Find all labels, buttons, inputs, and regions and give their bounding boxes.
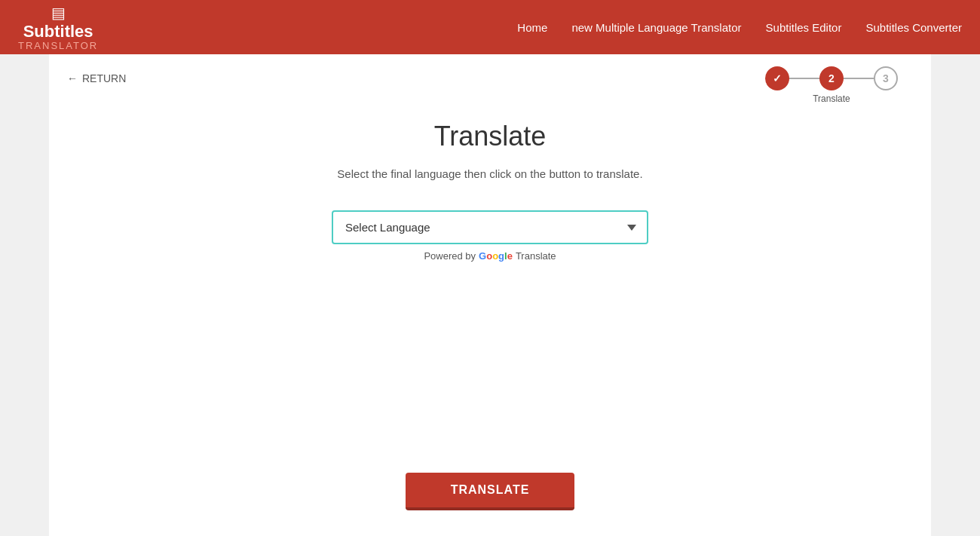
step3-circle: 3 xyxy=(874,66,898,90)
return-label: RETURN xyxy=(82,72,126,84)
select-wrapper: Select LanguageAfrikaansAlbanianArabicAz… xyxy=(332,210,648,244)
step-line-1 xyxy=(789,78,819,79)
step2-area: 2 Translate xyxy=(819,66,844,90)
page-title: Translate xyxy=(434,121,547,152)
google-logo: Google xyxy=(479,250,513,262)
language-select[interactable]: Select LanguageAfrikaansAlbanianArabicAz… xyxy=(332,210,648,244)
return-arrow-icon: ← xyxy=(67,72,78,84)
step1-circle: ✓ xyxy=(765,66,789,90)
nav-new-translator-text: Multiple Language Translator xyxy=(596,21,741,34)
return-link[interactable]: ← RETURN xyxy=(67,72,126,84)
logo-title: Subtitles xyxy=(23,23,93,40)
sub-header: ← RETURN ✓ 2 Translate 3 xyxy=(49,54,931,90)
nav-home[interactable]: Home xyxy=(517,21,547,34)
logo-icon: ▤ xyxy=(51,4,66,22)
step3-area: 3 xyxy=(874,66,898,90)
powered-by-translate: Translate xyxy=(516,250,556,262)
step2-label: Translate xyxy=(813,93,850,104)
page-content: Translate Select the final language then… xyxy=(49,90,931,525)
main-wrapper: ← RETURN ✓ 2 Translate 3 Tran xyxy=(0,54,980,536)
step-indicator: ✓ 2 Translate 3 xyxy=(765,66,898,90)
logo: ▤ Subtitles TRANSLATOR xyxy=(18,4,98,51)
nav-new-translator[interactable]: new Multiple Language Translator xyxy=(571,21,741,34)
page-subtitle: Select the final language then click on … xyxy=(337,167,642,180)
step1-area: ✓ xyxy=(765,66,789,90)
content-box: ← RETURN ✓ 2 Translate 3 Tran xyxy=(49,54,931,536)
header: ▤ Subtitles TRANSLATOR Home new Multiple… xyxy=(0,0,980,54)
step2-circle: 2 xyxy=(819,66,844,90)
nav-new-label: new xyxy=(571,21,593,34)
logo-subtitle: TRANSLATOR xyxy=(18,40,98,51)
nav: Home new Multiple Language Translator Su… xyxy=(517,21,962,34)
powered-by: Powered by Google Translate xyxy=(424,250,556,262)
translate-button[interactable]: TRANSLATE xyxy=(406,473,575,510)
nav-editor[interactable]: Subtitles Editor xyxy=(766,21,842,34)
nav-converter[interactable]: Subtitles Converter xyxy=(865,21,962,34)
powered-by-prefix: Powered by xyxy=(424,250,476,262)
step-line-2 xyxy=(844,78,874,79)
